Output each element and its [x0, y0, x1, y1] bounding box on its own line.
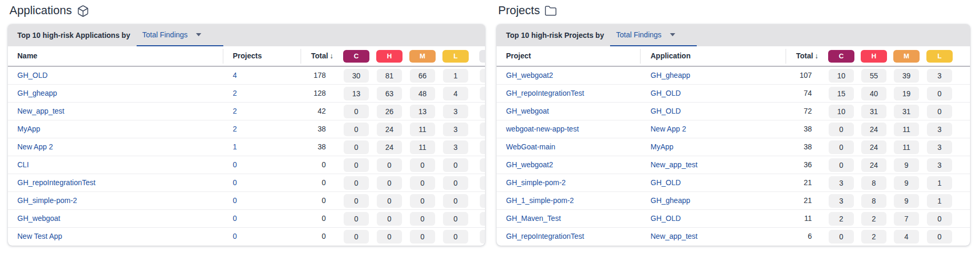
severity-count-badge: 40: [861, 87, 886, 100]
project-link[interactable]: GH_webgoat: [506, 103, 549, 120]
severity-count-badge-clipped: [480, 105, 485, 118]
severity-count-badge: 0: [410, 176, 435, 190]
project-link[interactable]: GH_webgoat2: [506, 67, 553, 84]
total-value: 36: [754, 156, 812, 174]
dashboard: Applications Top 10 high-risk Applicatio…: [0, 0, 980, 253]
severity-count-badge: 2: [861, 212, 886, 226]
projects-filter-bar: Top 10 high-risk Projects by Total Findi…: [497, 24, 970, 46]
table-row: GH_Maven_TestGH_OLD112270: [497, 210, 970, 228]
sort-descending-icon: ↓: [329, 52, 333, 60]
column-divider: [640, 49, 641, 64]
severity-count-badge: 3: [927, 69, 952, 83]
total-value: 21: [754, 192, 812, 209]
severity-count-badge: 0: [927, 87, 952, 100]
column-header-name: Name: [17, 46, 37, 66]
application-link[interactable]: New App 2: [651, 120, 686, 138]
total-label: Total: [311, 52, 328, 60]
table-row: CLI000000: [8, 156, 485, 174]
projects-count-link[interactable]: 2: [233, 85, 237, 102]
application-link[interactable]: GH_gheapp: [17, 85, 57, 102]
application-link[interactable]: MyApp: [651, 138, 674, 156]
severity-count-badge: 8: [861, 176, 886, 190]
table-row: MyApp238024113: [8, 120, 485, 138]
projects-count-link[interactable]: 2: [233, 103, 237, 120]
severity-count-badge: 0: [344, 123, 369, 136]
severity-count-badge: 1: [443, 69, 468, 83]
findings-filter-dropdown[interactable]: Total Findings: [137, 24, 223, 46]
severity-count-badge: 66: [410, 69, 435, 83]
table-body: GH_OLD41783081661GH_gheapp21281363484New…: [8, 67, 485, 246]
severity-count-badge: 0: [377, 194, 402, 208]
severity-count-badge: 0: [377, 176, 402, 190]
project-link[interactable]: GH_simple-pom-2: [506, 174, 566, 191]
application-link[interactable]: GH_OLD: [651, 85, 681, 102]
projects-count-link[interactable]: 0: [233, 156, 237, 174]
severity-count-badge: 19: [894, 87, 919, 100]
severity-count-badge: 0: [377, 212, 402, 226]
projects-count-link[interactable]: 0: [233, 192, 237, 209]
severity-count-badge: 24: [861, 140, 886, 154]
table-row: GH_webgoatGH_OLD721031310: [497, 103, 970, 120]
projects-count-link[interactable]: 0: [233, 228, 237, 245]
projects-count-link[interactable]: 0: [233, 210, 237, 227]
project-link[interactable]: GH_Maven_Test: [506, 210, 561, 227]
projects-count-link[interactable]: 0: [233, 174, 237, 191]
application-link[interactable]: GH_OLD: [651, 174, 681, 191]
project-link[interactable]: webgoat-new-app-test: [506, 120, 579, 138]
column-divider: [223, 49, 223, 64]
severity-count-badge: 3: [927, 123, 952, 136]
severity-count-badge: 11: [410, 123, 435, 136]
severity-count-badge: 2: [829, 212, 854, 226]
severity-chip-high: H: [376, 50, 403, 63]
projects-count-link[interactable]: 2: [233, 120, 237, 138]
severity-count-badge: 0: [410, 212, 435, 226]
application-link[interactable]: MyApp: [17, 120, 40, 138]
application-link[interactable]: New_app_test: [17, 103, 65, 120]
column-header-total[interactable]: Total↓: [311, 46, 333, 66]
findings-filter-dropdown[interactable]: Total Findings: [610, 24, 697, 46]
filter-label: Top 10 high-risk Applications by: [17, 31, 130, 39]
application-link[interactable]: CLI: [17, 156, 29, 174]
severity-count-badge: 0: [344, 158, 369, 172]
column-header-projects: Projects: [233, 46, 262, 66]
total-value: 128: [268, 85, 326, 102]
project-link[interactable]: GH_repoIntegrationTest: [506, 85, 584, 102]
application-link[interactable]: GH_OLD: [17, 67, 48, 84]
total-label: Total: [796, 52, 813, 60]
project-link[interactable]: GH_repoIntegrationTest: [506, 228, 584, 245]
applications-panel: Top 10 high-risk Applications by Total F…: [8, 24, 485, 246]
severity-count-badge-clipped: [480, 158, 485, 172]
table-row: GH_simple-pom-2000000: [8, 192, 485, 210]
column-divider: [786, 49, 786, 64]
severity-count-badge: 9: [894, 176, 919, 190]
projects-count-link[interactable]: 1: [233, 138, 237, 156]
application-link[interactable]: New_app_test: [651, 156, 698, 174]
severity-count-badge: 24: [861, 158, 886, 172]
application-link[interactable]: GH_simple-pom-2: [17, 192, 77, 209]
severity-count-badge: 15: [829, 87, 854, 100]
project-link[interactable]: WebGoat-main: [506, 138, 555, 156]
application-link[interactable]: GH_webgoat: [17, 210, 60, 227]
projects-count-link[interactable]: 4: [233, 67, 237, 84]
severity-count-badge: 8: [861, 194, 886, 208]
severity-count-badge: 0: [443, 212, 468, 226]
total-value: 38: [268, 138, 326, 156]
severity-count-badge: 10: [829, 69, 854, 83]
severity-count-badge: 10: [829, 105, 854, 118]
project-link[interactable]: GH_webgoat2: [506, 156, 553, 174]
projects-panel: Top 10 high-risk Projects by Total Findi…: [497, 24, 970, 246]
severity-count-badge: 3: [443, 105, 468, 118]
application-link[interactable]: GH_OLD: [651, 103, 681, 120]
table-row: GH_webgoat2New_app_test3602493: [497, 156, 970, 174]
severity-count-badge: 0: [927, 230, 952, 244]
application-link[interactable]: New App 2: [17, 138, 53, 156]
application-link[interactable]: GH_repoIntegrationTest: [17, 174, 96, 191]
project-link[interactable]: GH_1_simple-pom-2: [506, 192, 574, 209]
column-header-total[interactable]: Total↓: [796, 46, 818, 66]
column-header-application: Application: [651, 46, 690, 66]
application-link[interactable]: GH_gheapp: [651, 67, 690, 84]
application-link[interactable]: GH_OLD: [651, 210, 681, 227]
application-link[interactable]: New_app_test: [651, 228, 698, 245]
application-link[interactable]: New Test App: [17, 228, 62, 245]
application-link[interactable]: GH_gheapp: [651, 192, 690, 209]
